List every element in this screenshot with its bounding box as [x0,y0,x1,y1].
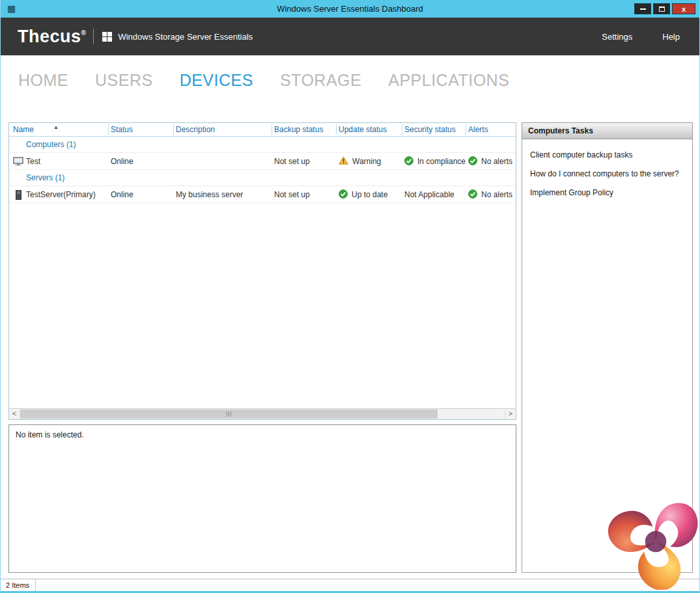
column-header-backup-status[interactable]: Backup status [274,123,323,137]
dashboard-grid-icon: ▦ [6,3,17,14]
column-header-alerts[interactable]: Alerts [468,123,488,137]
task-group-policy[interactable]: Implement Group Policy [530,188,686,197]
dashboard-window: ▦ Windows Server Essentials Dashboard x … [0,0,700,593]
column-header-update-status[interactable]: Update status [339,123,387,137]
security-status: In compliance [417,157,466,166]
alerts-status: No alerts [481,157,512,166]
tab-devices[interactable]: DEVICES [180,71,253,90]
maximize-icon [659,7,665,12]
status-divider [35,579,36,591]
maximize-button[interactable] [653,3,670,14]
tasks-panel-title: Computers Tasks [522,123,692,139]
green-check-icon [404,156,413,167]
registered-mark: ® [81,29,87,36]
group-header-computers[interactable]: Computers (1) [9,137,516,153]
window-controls: x [634,3,695,14]
column-header-name[interactable]: Name ▲ [13,123,59,137]
column-divider [173,124,174,135]
column-divider [466,124,466,135]
backup-status: Not set up [274,153,310,170]
green-check-icon [468,156,477,167]
brand-divider [93,29,94,44]
column-divider [402,124,402,135]
window-title: Windows Server Essentials Dashboard [1,4,699,14]
column-divider [108,124,109,135]
column-header-description[interactable]: Description [176,123,215,137]
column-header-status[interactable]: Status [111,123,133,137]
scroll-right-icon[interactable]: > [505,409,516,419]
server-icon [13,190,23,200]
scroll-left-icon[interactable]: < [9,409,20,419]
scrollbar-thumb[interactable] [20,409,438,419]
sort-ascending-icon: ▲ [53,120,59,134]
column-divider [336,124,337,135]
update-status: Up to date [352,190,387,199]
header-links: Settings Help [602,32,680,42]
main-nav: HOME USERS DEVICES STORAGE APPLICATIONS [18,71,509,90]
brand-logo: Thecus® [18,27,86,47]
warning-icon [339,156,348,167]
backup-status: Not set up [274,186,310,203]
titlebar: ▦ Windows Server Essentials Dashboard x [1,0,699,18]
table-row-testserver[interactable]: TestServer(Primary) Online My business s… [9,186,516,203]
device-status: Online [111,186,133,203]
group-header-servers[interactable]: Servers (1) [9,170,516,186]
update-status: Warning [352,157,381,166]
tab-applications[interactable]: APPLICATIONS [388,71,509,90]
device-name: Test [26,157,40,166]
windows-logo-icon [102,32,112,42]
items-count: 2 Items [1,581,29,589]
details-pane: No item is selected. [8,424,516,573]
tab-users[interactable]: USERS [95,71,153,90]
list-header: Name ▲ Status Description Backup status … [9,123,516,137]
column-header-security-status[interactable]: Security status [404,123,456,137]
device-description: My business server [176,186,243,203]
security-status: Not Applicable [404,186,455,203]
table-row-test[interactable]: Test Online Not set up Warning In compli… [9,153,516,170]
horizontal-scrollbar[interactable]: < > [9,408,516,419]
device-name: TestServer(Primary) [26,190,96,199]
device-status: Online [111,153,133,170]
settings-link[interactable]: Settings [602,32,632,42]
product-name: Windows Storage Server Essentials [118,32,253,42]
alerts-status: No alerts [481,190,512,199]
tasks-panel: Computers Tasks Client computer backup t… [522,122,693,573]
help-link[interactable]: Help [662,32,680,42]
green-check-icon [468,189,477,200]
task-connect-computers[interactable]: How do I connect computers to the server… [530,169,686,178]
status-bar: 2 Items [1,579,699,591]
no-selection-message: No item is selected. [16,430,84,439]
close-button[interactable]: x [672,3,695,14]
column-divider [272,124,272,135]
minimize-button[interactable] [634,3,651,14]
devices-list: Name ▲ Status Description Backup status … [8,122,516,420]
task-client-backup[interactable]: Client computer backup tasks [530,150,686,159]
computer-icon [13,157,23,166]
app-header: Thecus® Windows Storage Server Essential… [1,18,699,55]
tasks-list: Client computer backup tasks How do I co… [522,139,692,197]
tab-home[interactable]: HOME [18,71,68,90]
minimize-icon [640,8,646,10]
tab-storage[interactable]: STORAGE [280,71,361,90]
close-icon: x [682,5,686,13]
green-check-icon [339,189,348,200]
